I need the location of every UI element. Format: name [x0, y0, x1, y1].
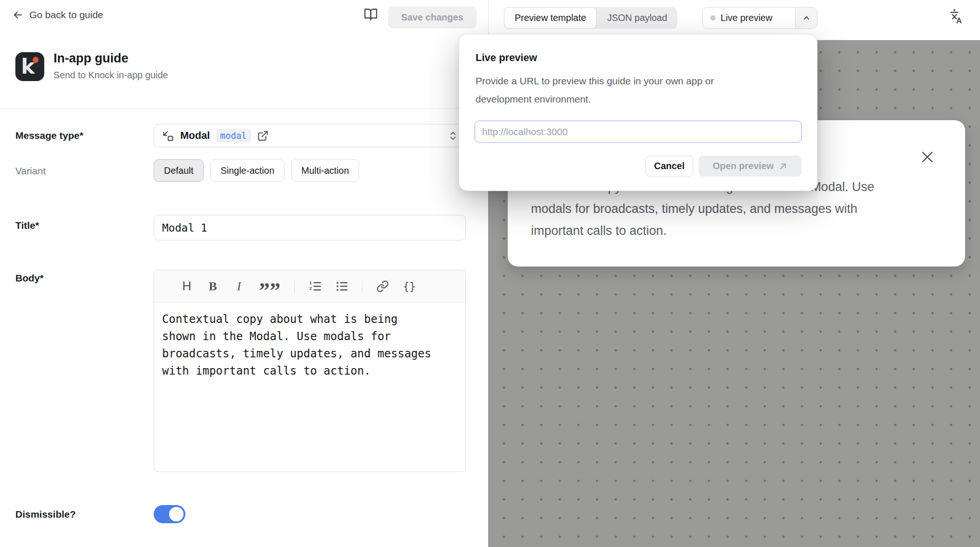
- back-link[interactable]: Go back to guide: [12, 9, 103, 21]
- title-label: Title*: [15, 220, 39, 231]
- title-input[interactable]: [154, 215, 466, 240]
- toolbar-divider: [294, 280, 295, 293]
- body-label: Body*: [15, 273, 44, 284]
- svg-text:A: A: [956, 16, 962, 24]
- body-editor-content[interactable]: Contextual copy about what is being show…: [154, 303, 465, 388]
- save-changes-button[interactable]: Save changes: [388, 7, 476, 28]
- message-type-value: Modal: [180, 130, 210, 142]
- page-title: In-app guide: [54, 51, 128, 66]
- live-preview-button-main[interactable]: Live preview: [703, 7, 795, 28]
- message-type-select[interactable]: Modal modal: [154, 124, 466, 147]
- heading-icon[interactable]: H: [181, 279, 193, 294]
- open-preview-button[interactable]: Open preview: [699, 156, 802, 177]
- bullet-list-icon[interactable]: [335, 280, 348, 293]
- tab-json-payload-label: JSON payload: [607, 13, 667, 23]
- variant-multi-action-label: Multi-action: [301, 165, 349, 176]
- variant-single-action-button[interactable]: Single-action: [210, 159, 285, 182]
- translate-icon[interactable]: A: [949, 8, 965, 24]
- book-open-icon[interactable]: [364, 7, 378, 21]
- live-preview-button[interactable]: Live preview: [702, 7, 817, 29]
- preview-mode-tabs: Preview template JSON payload: [504, 7, 677, 29]
- live-preview-popover: Live preview Provide a URL to preview th…: [459, 34, 817, 191]
- close-icon[interactable]: [919, 149, 935, 165]
- variant-multi-action-button[interactable]: Multi-action: [291, 159, 359, 182]
- variant-default-label: Default: [164, 165, 193, 176]
- knock-logo: k: [15, 52, 44, 81]
- variant-options: Default Single-action Multi-action: [154, 159, 359, 182]
- message-type-label: Message type*: [15, 130, 83, 141]
- back-link-label: Go back to guide: [29, 9, 103, 21]
- bold-icon[interactable]: B: [207, 280, 219, 294]
- live-preview-collapse-button[interactable]: [795, 7, 817, 28]
- editor-toolbar: H B I ”” 1 2: [154, 270, 465, 303]
- italic-icon[interactable]: I: [233, 280, 245, 294]
- svg-text:1: 1: [309, 280, 312, 285]
- variant-single-action-label: Single-action: [220, 165, 274, 176]
- tab-json-payload[interactable]: JSON payload: [597, 7, 677, 29]
- variables-icon[interactable]: {}: [403, 280, 416, 293]
- live-preview-label: Live preview: [721, 13, 772, 23]
- body-editor: H B I ”” 1 2: [154, 270, 466, 472]
- modal-type-icon: [162, 130, 174, 142]
- tab-preview-template[interactable]: Preview template: [504, 7, 597, 29]
- popover-title: Live preview: [476, 52, 537, 64]
- select-chevrons-icon: [448, 130, 458, 141]
- page-subtitle: Send to Knock in-app guide: [54, 70, 168, 81]
- open-preview-label: Open preview: [713, 161, 774, 171]
- toggle-knob: [169, 507, 184, 521]
- dismissible-label: Dismissible?: [15, 509, 76, 520]
- ordered-list-icon[interactable]: 1 2: [309, 280, 321, 293]
- variant-default-button[interactable]: Default: [154, 159, 204, 182]
- external-link-icon[interactable]: [257, 130, 269, 142]
- app-window: Contextual copy about what is being show…: [0, 0, 980, 547]
- tab-preview-template-label: Preview template: [515, 13, 586, 23]
- cancel-button[interactable]: Cancel: [646, 156, 693, 177]
- arrow-left-icon: [12, 9, 24, 21]
- popover-description: Provide a URL to preview this guide in y…: [476, 72, 783, 108]
- cancel-button-label: Cancel: [654, 161, 685, 171]
- chevron-up-icon: [802, 13, 811, 23]
- status-dot-icon: [710, 15, 715, 21]
- message-type-key-badge: modal: [216, 129, 251, 142]
- dismissible-toggle[interactable]: [154, 505, 185, 523]
- logo-dot: [33, 57, 39, 63]
- link-icon[interactable]: [376, 280, 389, 293]
- svg-text:2: 2: [309, 286, 312, 291]
- toolbar-divider: [362, 280, 362, 293]
- preview-url-input[interactable]: [475, 121, 802, 143]
- header-divider: [0, 108, 488, 109]
- variant-label: Variant: [15, 165, 46, 177]
- save-changes-label: Save changes: [401, 12, 463, 23]
- arrow-up-right-icon: [778, 162, 788, 171]
